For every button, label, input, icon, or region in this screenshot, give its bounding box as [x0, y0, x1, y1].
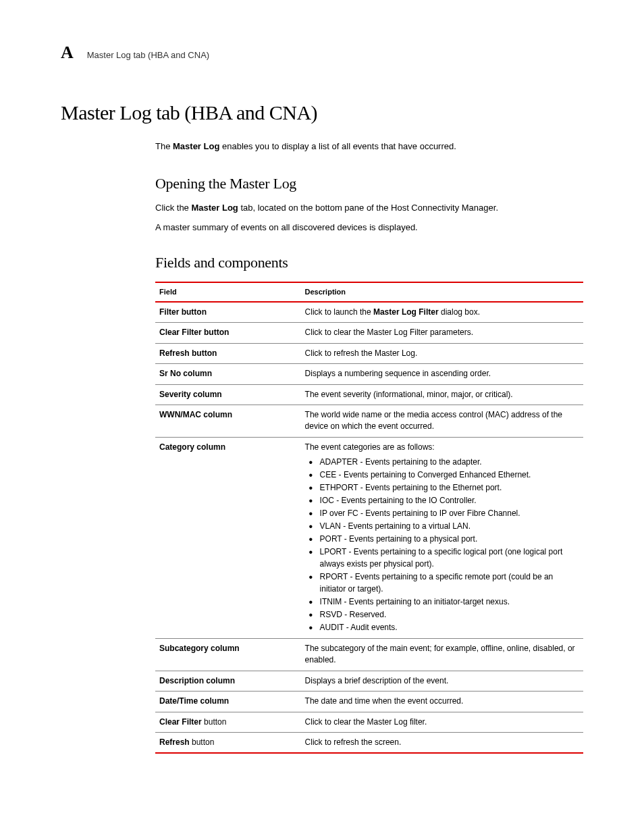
- breadcrumb: Master Log tab (HBA and CNA): [87, 49, 209, 61]
- category-lead: The event categories are as follows:: [305, 442, 579, 453]
- field-cell: Severity column: [155, 384, 301, 405]
- list-item: PORT - Events pertaining to a physical p…: [305, 533, 579, 545]
- list-item: LPORT - Events pertaining to a specific …: [305, 546, 579, 570]
- description-cell: Displays a numbering sequence in ascendi…: [301, 364, 583, 384]
- table-header-row: Field Description: [155, 282, 583, 302]
- appendix-letter: A: [61, 41, 74, 65]
- list-item: ITNIM - Events pertaining to an initiato…: [305, 596, 579, 608]
- description-cell: The date and time when the event occurre…: [301, 692, 583, 712]
- section-opening: Opening the Master Log Click the Master …: [155, 174, 583, 234]
- field-cell: Filter button: [155, 302, 301, 323]
- category-list: ADAPTER - Events pertaining to the adapt…: [305, 456, 579, 633]
- list-item: ETHPORT - Events pertaining to the Ether…: [305, 481, 579, 494]
- opening-p1: Click the Master Log tab, located on the…: [155, 202, 583, 214]
- field-cell: Description column: [155, 671, 301, 691]
- section-heading-fields: Fields and components: [155, 253, 583, 273]
- opening-p1-prefix: Click the: [155, 203, 191, 213]
- opening-p2: A master summary of events on all discov…: [155, 221, 583, 234]
- list-item: CEE - Events pertaining to Converged Enh…: [305, 469, 579, 481]
- table-row: Date/Time columnThe date and time when t…: [155, 692, 583, 712]
- desc-suffix: dialog box.: [439, 307, 480, 317]
- intro-suffix: enables you to display a list of all eve…: [219, 141, 456, 151]
- section-heading-opening: Opening the Master Log: [155, 174, 583, 194]
- description-cell: The world wide name or the media access …: [301, 405, 583, 437]
- description-cell: The subcategory of the main event; for e…: [301, 639, 583, 671]
- list-item: ADAPTER - Events pertaining to the adapt…: [305, 456, 579, 468]
- table-row: Filter buttonClick to launch the Master …: [155, 302, 583, 323]
- content-area: The Master Log enables you to display a …: [155, 140, 583, 754]
- table-row: Refresh buttonClick to refresh the Maste…: [155, 343, 583, 363]
- description-cell: Click to refresh the screen.: [301, 733, 583, 754]
- opening-p1-suffix: tab, located on the bottom pane of the H…: [238, 203, 498, 213]
- table-row: Description columnDisplays a brief descr…: [155, 671, 583, 691]
- page-header: A Master Log tab (HBA and CNA): [61, 41, 583, 65]
- desc-prefix: Click to launch the: [305, 307, 373, 317]
- list-item: AUDIT - Audit events.: [305, 621, 579, 633]
- col-header-field: Field: [155, 282, 301, 302]
- col-header-description: Description: [301, 282, 583, 302]
- field-cell: Refresh button: [155, 343, 301, 363]
- field-bold-part: Clear Filter: [159, 717, 202, 727]
- field-bold-part: Refresh: [159, 737, 190, 747]
- table-row: Clear Filter buttonClick to clear the Ma…: [155, 323, 583, 343]
- list-item: IP over FC - Events pertaining to IP ove…: [305, 507, 579, 519]
- list-item: IOC - Events pertaining to the IO Contro…: [305, 494, 579, 506]
- field-cell: WWN/MAC column: [155, 405, 301, 437]
- section-fields: Fields and components Field Description …: [155, 253, 583, 754]
- table-row: WWN/MAC columnThe world wide name or the…: [155, 405, 583, 437]
- field-cell: Sr No column: [155, 364, 301, 384]
- field-cell: Subcategory column: [155, 639, 301, 671]
- table-row: Severity columnThe event severity (infor…: [155, 384, 583, 405]
- fields-table: Field Description Filter buttonClick to …: [155, 282, 583, 754]
- list-item: VLAN - Events pertaining to a virtual LA…: [305, 520, 579, 532]
- field-rest-part: button: [202, 717, 227, 727]
- table-row: Category columnThe event categories are …: [155, 437, 583, 638]
- field-cell: Clear Filter button: [155, 712, 301, 732]
- intro-bold: Master Log: [173, 141, 219, 151]
- field-rest-part: button: [190, 737, 215, 747]
- table-row: Sr No columnDisplays a numbering sequenc…: [155, 364, 583, 384]
- field-cell: Clear Filter button: [155, 323, 301, 343]
- field-cell: Category column: [155, 437, 301, 638]
- description-cell: The event categories are as follows:ADAP…: [301, 437, 583, 638]
- list-item: RSVD - Reserved.: [305, 608, 579, 621]
- description-cell: Click to refresh the Master Log.: [301, 343, 583, 363]
- description-cell: The event severity (informational, minor…: [301, 384, 583, 405]
- description-cell: Click to launch the Master Log Filter di…: [301, 302, 583, 323]
- description-cell: Click to clear the Master Log filter.: [301, 712, 583, 732]
- section-body-opening: Click the Master Log tab, located on the…: [155, 202, 583, 233]
- opening-p1-bold: Master Log: [191, 203, 238, 213]
- description-cell: Click to clear the Master Log Filter par…: [301, 323, 583, 343]
- field-cell: Date/Time column: [155, 692, 301, 712]
- intro-prefix: The: [155, 141, 173, 151]
- table-row: Subcategory columnThe subcategory of the…: [155, 639, 583, 671]
- field-cell: Refresh button: [155, 733, 301, 754]
- table-row: Refresh buttonClick to refresh the scree…: [155, 733, 583, 754]
- desc-bold: Master Log Filter: [373, 307, 439, 317]
- list-item: RPORT - Events pertaining to a specific …: [305, 571, 579, 595]
- page-title: Master Log tab (HBA and CNA): [61, 99, 583, 127]
- table-row: Clear Filter buttonClick to clear the Ma…: [155, 712, 583, 732]
- intro-paragraph: The Master Log enables you to display a …: [155, 140, 583, 153]
- description-cell: Displays a brief description of the even…: [301, 671, 583, 691]
